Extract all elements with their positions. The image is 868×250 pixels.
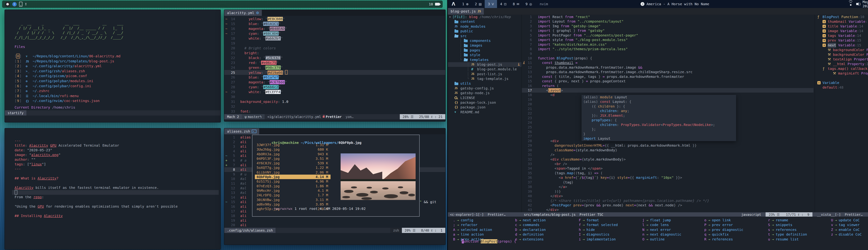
- workspace-8[interactable]: 8✉: [510, 0, 522, 8]
- yaml-line[interactable]: 18 white: "#abb2bf": [224, 36, 445, 41]
- fzf-file-row[interactable]: 6QbF0pb.jpg4.14 M: [255, 175, 331, 179]
- code-line-8[interactable]: 8import "../style/themes/prism-darcula.l…: [522, 47, 813, 51]
- yaml-line[interactable]: 19: [224, 41, 445, 46]
- coc-explorer[interactable]: ▾[FILE]: blog /home/chris/RepcontentJSno…: [448, 15, 522, 212]
- code-line-34[interactable]: 34 <span>Tagged in </span>: [522, 166, 813, 171]
- explorer-item-blog-post.js[interactable]: │ JSblog-post.jsi: [448, 62, 522, 67]
- explorer-item-content[interactable]: content: [448, 19, 522, 24]
- explorer-item-tag-template.js[interactable]: └ JStag-template.js: [448, 77, 522, 81]
- outline-item[interactable]: xtitle Variable:14: [815, 24, 868, 29]
- startify-entry[interactable]: [1] JS~/Repos/blog/src/templates/blog-po…: [14, 59, 121, 64]
- markdown-line[interactable]: ## What is Alacritty?: [14, 176, 219, 181]
- explorer-item-src[interactable]: src: [448, 34, 522, 38]
- code-line-29[interactable]: 29 dangerouslySetInnerHTML={{ __html: pr…: [522, 143, 813, 148]
- yaml-line[interactable]: ~16 magenta: "#B48EAD": [224, 26, 445, 31]
- outline-item[interactable]: xprev Variable:15: [815, 38, 868, 43]
- yaml-line[interactable]: 33font:: [224, 109, 445, 114]
- code-line-12[interactable]: 12 props.data.markdownRemark.frontmatter…: [522, 65, 813, 70]
- code-line-16[interactable]: 16 return (: [522, 84, 813, 88]
- outline-item[interactable]: xVariable: [815, 80, 868, 85]
- outline-item[interactable]: ⚒textAlign Property:25: [815, 57, 868, 62]
- yaml-line[interactable]: ~17 cyan: "#88C0D0": [224, 31, 445, 36]
- startify-entry[interactable]: [2] ⚙~/.config/alacritty/alacritty.yml: [14, 63, 121, 68]
- markdown-line[interactable]: tags: ["linux"]: [14, 162, 219, 167]
- explorer-item-gatsby-config.js[interactable]: JSgatsby-config.js: [448, 86, 522, 91]
- camera-icon[interactable]: [435, 3, 439, 5]
- code-line-40[interactable]: 40 </div>: [522, 194, 813, 198]
- explorer-item-pages[interactable]: │ pages: [448, 48, 522, 53]
- fzf-file-row[interactable]: 5oXQT7g.jpg1.22 M: [255, 165, 331, 170]
- code-line-37[interactable]: 37 {tag}: [522, 180, 813, 185]
- yaml-line[interactable]: 24 green: "#98c379": [224, 65, 445, 70]
- code-line-14[interactable]: 14 const { title, image, tags } = props.…: [522, 74, 813, 79]
- tab-blog-post-js[interactable]: blog-post.jsJS: [448, 8, 484, 15]
- markdown-line[interactable]: date: "2020-05-23": [14, 148, 219, 152]
- workspace-1[interactable]: 1⊕: [459, 0, 472, 8]
- yaml-line[interactable]: ~15 blue: "#81A1C1": [224, 21, 445, 26]
- volume-icon[interactable]: [856, 3, 858, 5]
- markdown-line[interactable]: image: "alacritty.png": [14, 152, 219, 157]
- yaml-line[interactable]: 27 magenta: "#c678dd": [224, 80, 445, 85]
- wifi-icon[interactable]: [849, 2, 852, 6]
- yaml-line[interactable]: 26 blue: "#61afef": [224, 75, 445, 80]
- code-line-2[interactable]: 2import Layout from "../components/layou…: [522, 19, 813, 24]
- markdown-line[interactable]: ---: [14, 167, 219, 171]
- yaml-line[interactable]: 31background_opacity: 1.0: [224, 99, 445, 104]
- fzf-file-row[interactable]: 24LrDFQ.jpg1.7 M: [255, 193, 331, 197]
- startify-entry[interactable]: [0] ▼~/Repos/blog/content/Linux/06-alacr…: [14, 54, 121, 59]
- explorer-item-public[interactable]: public: [448, 29, 522, 33]
- outline-item[interactable]: ⚒backgroundColor Property:: [815, 52, 868, 57]
- code-line-1[interactable]: 1import React from "react": [522, 15, 813, 19]
- code-line-9[interactable]: 9: [522, 51, 813, 56]
- code-line-10[interactable]: 10function BlogPost(props) {: [522, 56, 813, 60]
- yaml-line[interactable]: 30: [224, 94, 445, 99]
- code-line-31[interactable]: 31 />: [522, 152, 813, 157]
- system-tray[interactable]: ☻ ᛒ !: [5, 2, 27, 7]
- outline-item[interactable]: xnext Variable:15: [815, 43, 868, 48]
- outline-item[interactable]: xthumbnail Variable:11: [815, 19, 868, 24]
- tab-alacritty-yml[interactable]: alacritty.yml⚙: [224, 10, 262, 16]
- explorer-item-utils[interactable]: utils: [448, 81, 522, 86]
- markdown-buffer[interactable]: ---title: Alacritty GPU Accelerated Term…: [14, 138, 219, 218]
- now-playing[interactable]: ♫ America - A Horse with No Name: [641, 0, 709, 8]
- yaml-line[interactable]: 23 red: "#e06c75": [224, 60, 445, 65]
- code-line-41[interactable]: 41 {/* <Share title={title} url={url} pa…: [522, 198, 813, 203]
- markdown-line[interactable]: [14, 171, 219, 176]
- code-line-3[interactable]: 3import Img from "gatsby-image": [522, 24, 813, 28]
- code-line-33[interactable]: 33 <br />: [522, 162, 813, 166]
- fzf-file-row[interactable]: 6iibVNY.jpg2.06 M: [255, 170, 331, 175]
- outline-item[interactable]: default:48: [815, 85, 868, 90]
- code-line-42[interactable]: 42 <PostPager prev={prev && prev.node} n…: [522, 203, 813, 207]
- explorer-root[interactable]: ▾[FILE]: blog /home/chris/Rep: [448, 15, 522, 19]
- yaml-line[interactable]: 21 bright:: [224, 51, 445, 55]
- code-line-36[interactable]: 36 <a href={`/${tag}`} key={i} style={{ …: [522, 175, 813, 180]
- markdown-line[interactable]: ## Installing Alacritty: [14, 214, 219, 218]
- workspace-4[interactable]: 4⊡: [497, 0, 510, 8]
- outline-item[interactable]: [815, 76, 868, 80]
- zsh-line[interactable]: 19ali: [224, 218, 445, 223]
- code-line-6[interactable]: 6import style from "./blog-post.module.l…: [522, 37, 813, 42]
- markdown-line[interactable]: [12, 190, 219, 195]
- yaml-line[interactable]: 20 # Bright colors: [224, 46, 445, 51]
- code-line-5[interactable]: 5import PostPager from "../components/po…: [522, 33, 813, 37]
- explorer-item-LICENSE[interactable]: LICENSE: [448, 95, 522, 100]
- workspace-9[interactable]: 9◎: [522, 0, 535, 8]
- zsh-line[interactable]: 20ali: [224, 223, 445, 227]
- code-line-35[interactable]: 35 {tags.map((tag, i) => (: [522, 171, 813, 175]
- explorer-item-post-list.js[interactable]: │ JSpost-list.js: [448, 72, 522, 77]
- bluetooth-icon[interactable]: ᛒ: [12, 2, 17, 6]
- code-line-7[interactable]: 7import "katex/dist/katex.min.css": [522, 42, 813, 47]
- code-line-30[interactable]: 30 className={style.markdownBody}: [522, 148, 813, 152]
- fzf-file-row[interactable]: 07nEzQ3.jpg1.86 M: [255, 184, 331, 188]
- date[interactable]: May 25, 2020: [863, 0, 868, 8]
- code-line-43[interactable]: 43 </div>: [522, 207, 813, 212]
- startify-entry[interactable]: [5] ⚙~/.config/polybar/modules.ini: [14, 79, 121, 84]
- outline-item[interactable]: ⚒marginLeft Property:36: [815, 71, 868, 76]
- fzf-file-row[interactable]: 9hMxcHr.jpg4.1 M: [255, 188, 331, 193]
- tab-aliases-zsh[interactable]: aliases.zsh>_: [224, 129, 259, 134]
- explorer-item-gatsby-node.js[interactable]: JSgatsby-node.js: [448, 91, 522, 95]
- explorer-item-templates[interactable]: └ templates: [448, 57, 522, 62]
- discord-icon[interactable]: ☻: [5, 2, 10, 7]
- yaml-buffer[interactable]: ~14 yellow: "#EBCB8B"~15 blue: "#81A1C1"…: [224, 17, 445, 114]
- fzf-file-row[interactable]: 3UwJhbg.jpg680 K: [255, 147, 331, 152]
